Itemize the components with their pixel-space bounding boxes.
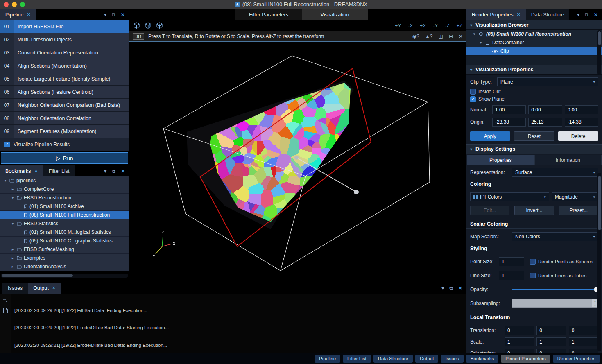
orientation-x-input[interactable]: [505, 349, 534, 353]
tree-item-examples[interactable]: ▸Examples: [0, 254, 129, 262]
orientation-y-input[interactable]: [536, 349, 566, 353]
visualization-browser-header[interactable]: ▾ Visualization Browser: [466, 20, 602, 30]
view-mode-badge[interactable]: 3D: [133, 33, 144, 40]
preset-colors-button[interactable]: Preset...: [559, 206, 598, 215]
axis-plus-x-button[interactable]: +X: [420, 23, 426, 29]
window-zoom-button[interactable]: [20, 2, 25, 7]
apply-button[interactable]: Apply: [470, 131, 510, 141]
browser-item-datacontainer[interactable]: ▾ DataContainer: [466, 38, 602, 47]
chevron-down-icon[interactable]: ▾: [11, 196, 15, 200]
tree-item-full-reconstruction[interactable]: (08) Small IN100 Full Reconstruction: [0, 211, 129, 219]
line-size-input[interactable]: [499, 271, 524, 280]
chevron-right-icon[interactable]: ▸: [11, 247, 15, 251]
render-points-checkbox[interactable]: [530, 259, 536, 265]
scrollbar-thumb[interactable]: [2, 274, 73, 277]
tab-close-icon[interactable]: ✕: [52, 285, 56, 291]
tab-bookmarks[interactable]: Bookmarks ✕: [0, 165, 43, 176]
chevron-down-icon[interactable]: ▾: [470, 23, 472, 27]
panel-close-icon[interactable]: ✕: [458, 285, 462, 291]
tab-close-icon[interactable]: ✕: [27, 12, 30, 17]
axis-minus-y-button[interactable]: -Y: [433, 23, 438, 29]
tab-output[interactable]: Output ✕: [28, 283, 61, 294]
pipeline-item[interactable]: 04Align Sections (Misorientation): [0, 59, 129, 72]
delete-button[interactable]: Delete: [558, 131, 598, 141]
pipeline-item[interactable]: 03Convert Orientation Representation: [0, 46, 129, 59]
panel-close-icon[interactable]: ✕: [121, 12, 125, 18]
pipeline-item[interactable]: 01Import H5EBSD File: [0, 20, 129, 33]
window-close-button[interactable]: [4, 2, 9, 7]
statusbar-pinned-parameters-button[interactable]: Pinned Parameters: [501, 355, 550, 363]
spin-down-icon[interactable]: ▼: [592, 303, 598, 307]
invert-colors-button[interactable]: Invert...: [514, 206, 554, 215]
tree-item-ebsd-reconstruction[interactable]: ▾EBSD Reconstruction: [0, 194, 129, 202]
tab-filter-list[interactable]: Filter List: [43, 165, 75, 176]
eye-icon[interactable]: [492, 49, 498, 53]
opacity-slider[interactable]: [512, 289, 598, 290]
show-plane-checkbox[interactable]: ✓: [470, 96, 476, 102]
clip-type-dropdown[interactable]: Plane ▾: [497, 77, 598, 86]
panel-close-icon[interactable]: ✕: [121, 168, 125, 174]
statusbar-issues-button[interactable]: Issues: [441, 355, 463, 363]
pipeline-item[interactable]: 06Align Sections (Feature Centroid): [0, 86, 129, 99]
browser-item-clip[interactable]: Clip: [466, 47, 602, 56]
panel-float-icon[interactable]: ⧉: [585, 12, 588, 18]
tree-item-archive[interactable]: (01) Small IN100 Archive: [0, 202, 129, 211]
run-button[interactable]: ▷ Run: [1, 152, 128, 164]
tab-properties[interactable]: Properties: [467, 155, 534, 165]
tab-pipeline[interactable]: Pipeline ✕: [0, 9, 36, 20]
color-component-dropdown[interactable]: Magnitude ▾: [552, 192, 598, 201]
tab-visualization[interactable]: Visualization: [302, 9, 368, 20]
origin-z-input[interactable]: [565, 118, 598, 127]
tab-data-structure[interactable]: Data Structure: [526, 9, 570, 20]
statusbar-pipeline-button[interactable]: Pipeline: [315, 355, 340, 363]
origin-y-input[interactable]: [528, 118, 562, 127]
display-settings-scrollbar[interactable]: [597, 173, 601, 351]
normal-y-input[interactable]: [528, 105, 562, 114]
reset-button[interactable]: Reset: [514, 131, 555, 141]
tree-item-complexcore[interactable]: ▸ComplexCore: [0, 185, 129, 194]
perspective-toggle-icon[interactable]: [156, 22, 163, 29]
save-output-icon[interactable]: [3, 307, 8, 314]
pipeline-item[interactable]: 09Segment Features (Misorientation): [0, 125, 129, 138]
tree-item-crystallographic-stats[interactable]: (05) Small IN100 C...graphic Statistics: [0, 237, 129, 245]
chevron-down-icon[interactable]: ▾: [472, 32, 476, 36]
transform-help-icon[interactable]: ▲?: [425, 34, 433, 39]
scale-z-input[interactable]: [569, 337, 598, 346]
chevron-right-icon[interactable]: ▸: [11, 265, 15, 269]
display-settings-header[interactable]: ▾ Display Settings: [466, 144, 602, 154]
snap-view-icon[interactable]: [145, 22, 152, 29]
panel-float-icon[interactable]: ⧉: [112, 168, 115, 174]
camera-reset-icon[interactable]: [133, 22, 140, 29]
tab-close-icon[interactable]: ✕: [516, 12, 520, 17]
scale-x-input[interactable]: [505, 337, 534, 346]
panel-dropdown-icon[interactable]: ▾: [104, 12, 106, 18]
chevron-down-icon[interactable]: ▾: [3, 179, 7, 183]
map-scalars-dropdown[interactable]: Non-Colors ▾: [512, 232, 598, 241]
tab-close-icon[interactable]: ✕: [34, 168, 38, 174]
statusbar-bookmarks-button[interactable]: Bookmarks: [466, 355, 499, 363]
visualize-results-checkbox[interactable]: ✓: [4, 142, 10, 147]
tree-item-pipelines[interactable]: ▾pipelines: [0, 176, 129, 185]
chevron-right-icon[interactable]: ▸: [11, 187, 15, 191]
scroll-output-icon[interactable]: [2, 297, 8, 303]
subsampling-spinbox[interactable]: ▲ ▼: [512, 299, 598, 308]
edit-colors-button[interactable]: Edit...: [470, 206, 509, 215]
statusbar-render-properties-button[interactable]: Render Properties: [553, 355, 600, 363]
bookmarks-horizontal-scrollbar[interactable]: [1, 274, 128, 278]
panel-close-icon[interactable]: ✕: [594, 12, 598, 18]
color-array-dropdown[interactable]: IPFColors ▾: [470, 192, 549, 201]
translation-x-input[interactable]: [505, 326, 534, 335]
tab-render-properties[interactable]: Render Properties ✕: [466, 9, 526, 20]
render-lines-checkbox[interactable]: [530, 273, 536, 278]
chevron-right-icon[interactable]: ▸: [11, 256, 15, 260]
orientation-z-input[interactable]: [569, 349, 598, 353]
statusbar-output-button[interactable]: Output: [415, 355, 439, 363]
window-minimize-button[interactable]: [12, 2, 17, 7]
representation-dropdown[interactable]: Surface ▾: [512, 168, 598, 177]
tab-information[interactable]: Information: [534, 155, 602, 165]
panel-dropdown-icon[interactable]: ▾: [104, 168, 106, 174]
statusbar-data-structure-button[interactable]: Data Structure: [373, 355, 413, 363]
pipeline-item[interactable]: 05Isolate Largest Feature (Identify Samp…: [0, 72, 129, 86]
console-log[interactable]: [2023:02:20 09:29:20] [18/22] Fill Bad D…: [11, 294, 184, 353]
tab-filter-parameters[interactable]: Filter Parameters: [235, 9, 302, 20]
